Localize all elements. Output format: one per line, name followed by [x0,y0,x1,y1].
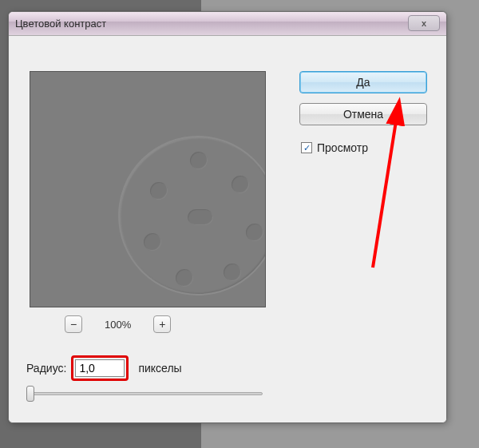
zoom-out-button[interactable]: − [65,315,82,333]
ok-button[interactable]: Да [299,71,427,93]
preview-image[interactable] [30,71,266,307]
close-button[interactable]: x [408,15,440,31]
zoom-level: 100% [105,319,131,331]
radius-slider-thumb[interactable] [26,386,34,402]
radius-label: Радиус: [26,362,66,375]
radius-slider-track[interactable] [26,392,263,395]
preview-shape [150,182,168,200]
preview-checkbox[interactable]: ✓ [301,142,312,153]
close-icon: x [422,18,426,28]
preview-shape [246,224,263,241]
right-panel: Да Отмена ✓ Просмотр [299,71,427,154]
preview-shape [176,269,193,287]
preview-checkbox-label: Просмотр [317,141,368,154]
preview-checkbox-row: ✓ Просмотр [301,141,427,154]
titlebar[interactable]: Цветовой контраст x [9,12,446,36]
ok-button-label: Да [356,76,370,89]
dialog-content: − 100% + Радиус: пикселы Да Отмена [9,36,446,422]
radius-highlight [71,355,129,381]
high-pass-dialog: Цветовой контраст x − [8,11,447,423]
cancel-button[interactable]: Отмена [299,103,427,125]
preview-shape [190,152,208,169]
minus-icon: − [70,318,77,331]
zoom-in-button[interactable]: + [153,315,171,333]
radius-row: Радиус: пикселы [26,355,182,381]
checkmark-icon: ✓ [303,143,311,153]
radius-input[interactable] [75,359,125,377]
preview-shape [224,264,241,281]
preview-canvas [30,72,265,307]
radius-unit: пикселы [138,362,181,375]
cancel-button-label: Отмена [343,108,383,121]
preview-shape [232,176,249,193]
preview-shape [144,233,161,251]
preview-shape [118,136,266,295]
preview-shape [188,209,213,225]
zoom-controls: − 100% + [65,315,171,333]
dialog-title: Цветовой контраст [15,18,106,30]
plus-icon: + [159,318,165,331]
